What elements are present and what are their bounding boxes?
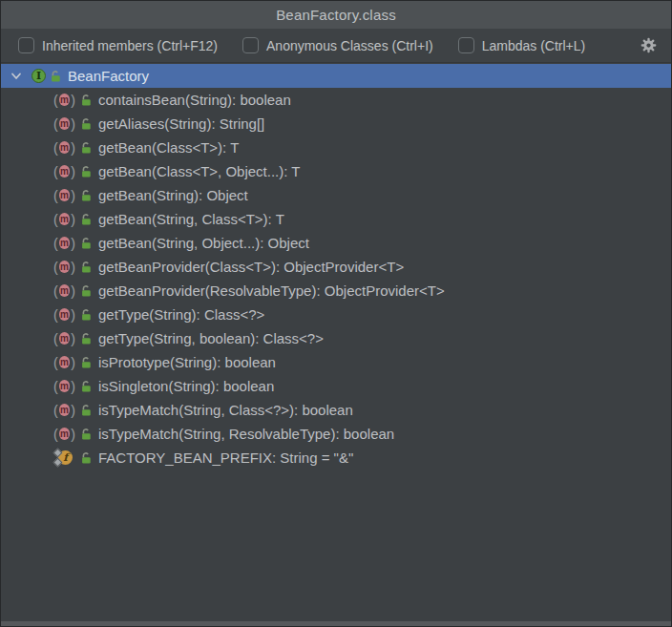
popup-title: BeanFactory.class: [276, 7, 396, 23]
public-open-lock-icon: [80, 404, 93, 417]
checkbox-box-icon[interactable]: [242, 37, 259, 53]
member-label: getBean(Class<T>, Object...): T: [98, 163, 300, 179]
list-item[interactable]: (m) getAliases(String): String[]: [1, 112, 671, 136]
abstract-method-icon: (m): [53, 428, 75, 441]
abstract-method-icon: (m): [53, 165, 75, 178]
settings-gear-button[interactable]: [639, 36, 658, 55]
public-open-lock-icon: [80, 237, 93, 250]
public-open-lock-icon: [80, 117, 93, 131]
public-open-lock-icon: [80, 284, 93, 298]
abstract-method-icon: (m): [53, 356, 75, 369]
member-list: I BeanFactory (m) containsBean(String): …: [1, 63, 671, 621]
member-label: getBean(String, Object...): Object: [98, 235, 309, 251]
list-item[interactable]: (m) isPrototype(String): boolean: [1, 350, 671, 374]
structure-popup: BeanFactory.class Inherited members (Ctr…: [0, 0, 672, 627]
public-open-lock-icon: [80, 165, 93, 178]
tree-root-row[interactable]: I BeanFactory: [1, 64, 671, 88]
abstract-method-icon: (m): [53, 284, 75, 298]
member-label: containsBean(String): boolean: [98, 92, 291, 108]
checkbox-box-icon[interactable]: [458, 37, 474, 53]
abstract-method-icon: (m): [53, 261, 75, 274]
public-open-lock-icon: [80, 332, 93, 345]
checkbox-label: Anonymous Classes (Ctrl+I): [266, 38, 433, 53]
public-open-lock-icon: [50, 70, 62, 83]
public-open-lock-icon: [80, 94, 93, 107]
root-label: BeanFactory: [68, 68, 149, 84]
abstract-method-icon: (m): [53, 189, 75, 202]
gear-icon: [640, 37, 657, 53]
public-open-lock-icon: [80, 451, 93, 465]
abstract-method-icon: (m): [53, 213, 75, 226]
member-label: getType(String, boolean): Class<?>: [98, 330, 324, 346]
public-open-lock-icon: [80, 380, 93, 393]
member-label: getType(String): Class<?>: [98, 306, 264, 323]
interface-icon: I: [32, 69, 46, 83]
abstract-method-icon: (m): [53, 404, 75, 417]
abstract-method-icon: (m): [53, 237, 75, 250]
checkbox-box-icon[interactable]: [18, 37, 34, 53]
list-item[interactable]: (m) getBean(Class<T>, Object...): T: [1, 159, 671, 183]
public-open-lock-icon: [80, 308, 93, 322]
list-item[interactable]: (m) getType(String, boolean): Class<?>: [1, 326, 671, 350]
abstract-method-icon: (m): [53, 332, 75, 345]
member-label: getAliases(String): String[]: [98, 115, 264, 132]
member-label: getBean(Class<T>): T: [98, 139, 239, 156]
list-item[interactable]: f FACTORY_BEAN_PREFIX: String = "&": [1, 446, 671, 470]
popup-toolbar: Inherited members (Ctrl+F12) Anonymous C…: [1, 29, 671, 63]
static-final-field-icon: f: [53, 449, 75, 466]
abstract-method-icon: (m): [53, 141, 75, 155]
member-label: getBean(String, Class<T>): T: [98, 211, 284, 227]
popup-title-bar[interactable]: BeanFactory.class: [1, 1, 671, 29]
member-label: getBean(String): Object: [98, 187, 248, 203]
abstract-method-icon: (m): [53, 308, 75, 322]
list-item[interactable]: (m) isTypeMatch(String, ResolvableType):…: [1, 422, 671, 446]
checkbox-label: Inherited members (Ctrl+F12): [42, 38, 218, 53]
public-open-lock-icon: [80, 189, 93, 202]
lambdas-checkbox[interactable]: Lambdas (Ctrl+L): [458, 37, 586, 53]
list-item[interactable]: (m) getBean(Class<T>): T: [1, 136, 671, 159]
list-item[interactable]: (m) getBeanProvider(ResolvableType): Obj…: [1, 279, 671, 303]
inherited-members-checkbox[interactable]: Inherited members (Ctrl+F12): [18, 37, 218, 53]
list-item[interactable]: (m) isSingleton(String): boolean: [1, 374, 671, 398]
list-item[interactable]: (m) getType(String): Class<?>: [1, 303, 671, 326]
public-open-lock-icon: [80, 356, 93, 369]
public-open-lock-icon: [80, 213, 93, 226]
list-item[interactable]: (m) containsBean(String): boolean: [1, 88, 671, 112]
abstract-method-icon: (m): [53, 380, 75, 393]
member-label: getBeanProvider(ResolvableType): ObjectP…: [98, 282, 445, 299]
member-label: isSingleton(String): boolean: [98, 378, 274, 394]
abstract-method-icon: (m): [53, 117, 75, 131]
member-label: getBeanProvider(Class<T>): ObjectProvide…: [98, 259, 404, 275]
checkbox-label: Lambdas (Ctrl+L): [482, 38, 586, 53]
member-label: isPrototype(String): boolean: [98, 354, 276, 370]
public-open-lock-icon: [80, 141, 93, 155]
member-label: isTypeMatch(String, Class<?>): boolean: [98, 402, 353, 418]
list-item[interactable]: (m) isTypeMatch(String, Class<?>): boole…: [1, 398, 671, 422]
popup-bottom-edge[interactable]: [1, 621, 671, 626]
list-item[interactable]: (m) getBean(String, Object...): Object: [1, 231, 671, 255]
abstract-method-icon: (m): [53, 94, 75, 107]
list-item[interactable]: (m) getBeanProvider(Class<T>): ObjectPro…: [1, 255, 671, 279]
member-label: isTypeMatch(String, ResolvableType): boo…: [98, 426, 394, 442]
public-open-lock-icon: [80, 428, 93, 441]
chevron-down-icon[interactable]: [10, 70, 23, 83]
public-open-lock-icon: [80, 261, 93, 274]
list-item[interactable]: (m) getBean(String): Object: [1, 183, 671, 207]
member-label: FACTORY_BEAN_PREFIX: String = "&": [98, 449, 353, 466]
list-item[interactable]: (m) getBean(String, Class<T>): T: [1, 207, 671, 231]
anonymous-classes-checkbox[interactable]: Anonymous Classes (Ctrl+I): [242, 37, 433, 53]
